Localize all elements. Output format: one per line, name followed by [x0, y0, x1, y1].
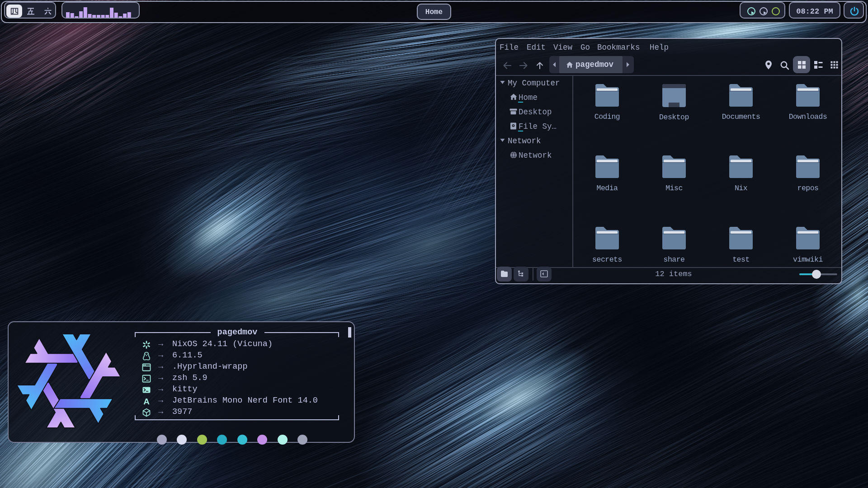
svg-text:A: A: [143, 397, 150, 406]
